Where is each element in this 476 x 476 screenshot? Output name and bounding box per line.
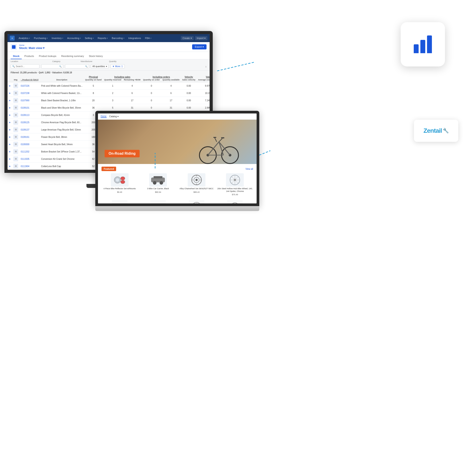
create-button[interactable]: Create ▾ — [181, 36, 194, 40]
product-card-3[interactable]: Alloy Chainwheel Set 36/42/52T 58CC $88.… — [178, 173, 215, 196]
row-avg-cost: 9.975 — [197, 82, 210, 89]
nav-item-purchasing[interactable]: Purchasing ▾ — [32, 36, 50, 40]
filtered-products-count: 15,285 products · QoH: 1,892 · Valuation… — [20, 71, 72, 74]
import-button[interactable]: Import ▾ — [195, 36, 207, 40]
row-desc: Bottom Bracket Set 3/Piece Crank 1.37... — [40, 148, 84, 155]
row-add-btn[interactable]: + — [8, 163, 12, 170]
row-add-btn[interactable]: + — [8, 97, 12, 104]
svg-point-16 — [116, 178, 119, 182]
th-img: Img — [12, 79, 19, 82]
tab-stock-history[interactable]: Stock history — [87, 53, 105, 59]
row-add-btn[interactable]: + — [8, 111, 12, 119]
filters-row: 🔍 🔍 🔍 All quantities — [8, 63, 210, 70]
nav-item-integrations[interactable]: Integrations — [127, 36, 143, 40]
row-sku[interactable]: 0109125 — [19, 119, 40, 126]
category-input[interactable] — [43, 65, 58, 68]
nav-item-inventory[interactable]: Inventory ▾ — [50, 36, 65, 40]
th-including-orders[interactable]: Including orders — [142, 75, 181, 79]
th-including-sales[interactable]: Including sales — [103, 75, 142, 79]
tab-product-lookups[interactable]: Product lookups — [36, 53, 58, 59]
page-title-highlight[interactable]: Main view ▾ — [29, 46, 45, 50]
th-velocity[interactable]: Velocity — [181, 75, 197, 79]
row-add-btn[interactable]: + — [8, 119, 12, 126]
bottom-bike-svg-1 — [114, 201, 125, 204]
bottom-product-1[interactable] — [102, 200, 138, 204]
row-sku[interactable]: 0109161 — [19, 133, 40, 141]
nav-item-accounting[interactable]: Accounting ▾ — [65, 36, 83, 40]
row-add-btn[interactable]: + — [8, 141, 12, 148]
bottom-product-4[interactable] — [217, 200, 253, 204]
row-sku[interactable]: 0111202 — [19, 148, 40, 155]
quantity-filter-caret: ▾ — [106, 65, 107, 68]
product-price-1: $9.49 — [117, 191, 122, 193]
row-remaining-bom: 17 — [122, 97, 142, 104]
tab-reordering-summary[interactable]: Reordering summary — [59, 53, 86, 59]
product-name-4: 20in Steel Hollow Hub Bike Wheel, 140, 1… — [217, 187, 253, 193]
bottom-product-3[interactable] — [178, 200, 215, 204]
row-desc: Flower Bicycle Bell, 38mm — [40, 133, 84, 141]
hero-badge: On-Road Riding — [105, 150, 140, 157]
export-button[interactable]: Export ▾ — [192, 44, 206, 50]
row-sku[interactable]: 0109137 — [19, 126, 40, 133]
breadcrumb-home[interactable]: Home — [19, 44, 45, 46]
laptop-nav-home[interactable]: Home — [101, 115, 107, 118]
search-input-wrapper: 🔍 — [11, 64, 39, 68]
row-sku[interactable]: 0111505 — [19, 155, 40, 163]
th-remaining-bom: Remaining +BOM — [122, 79, 142, 82]
th-sales-vel: Sales velocity — [181, 79, 197, 82]
bottom-products-row — [98, 198, 257, 204]
category-search-icon: 🔍 — [59, 65, 62, 68]
row-sku[interactable]: 0111904 — [19, 163, 40, 170]
product-card-2[interactable]: 3 Bike Car Carrier, Black $80.94 — [140, 173, 176, 196]
row-sku[interactable]: 0109113 — [19, 111, 40, 119]
row-qty-reserved: 1 — [103, 82, 122, 89]
manufacturer-input[interactable] — [67, 65, 84, 68]
row-sku[interactable]: 0109101 — [19, 104, 40, 111]
caret-inventory: ▾ — [62, 37, 63, 39]
tab-products[interactable]: Products — [22, 53, 36, 59]
row-add-btn[interactable]: + — [8, 126, 12, 133]
nav-item-barcoding[interactable]: Barcoding ▾ — [110, 36, 126, 40]
row-add-btn[interactable]: + — [8, 133, 12, 141]
row-img: 🖼 — [12, 89, 19, 97]
nav-item-fba[interactable]: FBA ▾ — [143, 36, 153, 40]
product-name-1: 4 Piece Bike Reflector Set w/Mounts — [103, 187, 136, 190]
caret-accounting: ▾ — [80, 37, 81, 39]
th-valuation[interactable]: Valuation — [197, 75, 210, 79]
row-qty-hand: 5 — [84, 82, 103, 89]
filtered-status: Filtered: 15,285 products · QoH: 1,892 ·… — [8, 70, 210, 75]
breadcrumb-area: Home Stock: Main view ▾ — [19, 44, 45, 50]
row-sku[interactable]: 0109300 — [19, 141, 40, 148]
row-add-btn[interactable]: + — [8, 148, 12, 155]
search-input[interactable] — [16, 65, 38, 68]
tab-stock[interactable]: Stock — [11, 53, 22, 59]
nav-item-analytics[interactable]: Analytics ▾ — [17, 36, 32, 40]
th-sku[interactable]: ↓ Product ID (SKU) — [19, 79, 40, 82]
product-card-1[interactable]: 4 Piece Bike Reflector Set w/Mounts $9.4… — [102, 173, 138, 196]
product-price-4: $75.49 — [232, 193, 238, 196]
product-card-4[interactable]: 20in Steel Hollow Hub Bike Wheel, 140, 1… — [217, 173, 253, 196]
nav-item-reports[interactable]: Reports ▾ — [96, 36, 110, 40]
sort-icon[interactable]: ↕ — [205, 65, 207, 68]
laptop-nav: Home Catalog ▾ — [98, 114, 257, 120]
nav-item-selling[interactable]: Selling ▾ — [83, 36, 96, 40]
svg-line-2 — [259, 151, 270, 155]
logo-bar-1 — [414, 44, 419, 53]
row-desc: Chrome American Flag Bicycle Bell, 60... — [40, 119, 84, 126]
row-add-btn[interactable]: + — [8, 89, 12, 97]
laptop-nav-catalog[interactable]: Catalog ▾ — [109, 115, 119, 118]
row-sku[interactable]: 0107238 — [19, 89, 40, 97]
th-physical[interactable]: Physical — [84, 75, 103, 79]
featured-section: Featured View all — [98, 164, 257, 198]
view-all-link[interactable]: View all — [246, 168, 253, 170]
quantity-filter[interactable]: All quantities ▾ — [91, 64, 109, 68]
filter-category-label: Category — [52, 60, 79, 63]
row-add-btn[interactable]: + — [8, 155, 12, 163]
row-qty-order: 0 — [142, 104, 161, 111]
bottom-product-2[interactable] — [140, 200, 176, 204]
row-sku[interactable]: 0107226 — [19, 82, 40, 89]
row-add-btn[interactable]: + — [8, 82, 12, 89]
more-filter[interactable]: ▼ More: 1 — [110, 64, 125, 68]
row-add-btn[interactable]: + — [8, 104, 12, 111]
row-sku[interactable]: 0107990 — [19, 97, 40, 104]
